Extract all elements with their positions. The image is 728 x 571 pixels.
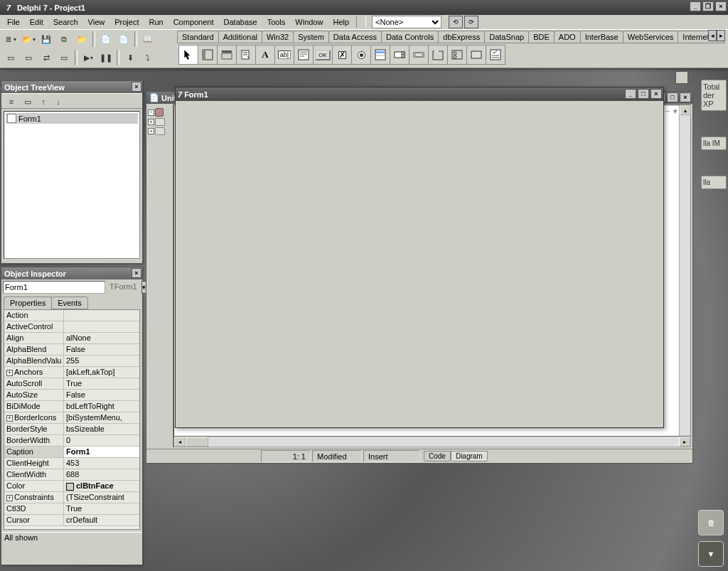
scroll-up-icon[interactable]: ▴ bbox=[680, 105, 691, 115]
close-button[interactable]: × bbox=[715, 1, 727, 11]
save-button[interactable]: 💾 bbox=[38, 31, 54, 47]
property-row[interactable]: CursorcrDefault bbox=[4, 515, 139, 526]
step-over-button[interactable]: ⤵ bbox=[140, 50, 156, 65]
view-unit-button[interactable]: ▭ bbox=[3, 50, 18, 65]
tree-up-icon[interactable]: ↑ bbox=[37, 95, 50, 108]
property-value[interactable]: (TSizeConstraint bbox=[64, 492, 139, 503]
floating-tool-icon[interactable] bbox=[675, 71, 688, 84]
tab-code[interactable]: Code bbox=[424, 451, 451, 461]
treeview-body[interactable]: Form1 bbox=[4, 111, 140, 259]
menu-search[interactable]: Search bbox=[49, 16, 82, 28]
listbox-component[interactable] bbox=[370, 45, 390, 65]
property-row[interactable]: ColorclBtnFace bbox=[4, 481, 139, 492]
property-row[interactable]: ActiveControl bbox=[4, 321, 139, 333]
menu-view[interactable]: View bbox=[84, 16, 109, 28]
taskbar-item-lla[interactable]: lla bbox=[701, 176, 727, 189]
minimize-button[interactable]: _ bbox=[690, 1, 701, 11]
menu-window[interactable]: Window bbox=[291, 16, 327, 28]
property-value[interactable]: 688 bbox=[64, 469, 139, 480]
property-value[interactable]: clBtnFace bbox=[64, 481, 139, 491]
treeview-title-bar[interactable]: Object TreeView × bbox=[1, 81, 142, 93]
inspector-object-name[interactable] bbox=[3, 281, 105, 294]
property-value[interactable]: 0 bbox=[64, 435, 139, 446]
popupmenu-component[interactable] bbox=[236, 45, 256, 65]
tree-root-item[interactable]: Form1 bbox=[6, 113, 138, 124]
toggle-button[interactable]: ⇄ bbox=[38, 50, 54, 65]
property-row[interactable]: +BorderIcons[biSystemMenu, bbox=[4, 412, 139, 424]
mainmenu-component[interactable] bbox=[217, 45, 237, 65]
property-grid[interactable]: ActionActiveControlAlignalNoneAlphaBlend… bbox=[4, 309, 140, 530]
horizontal-scrollbar[interactable]: ◂ ▸ bbox=[173, 436, 691, 447]
form-design-surface[interactable] bbox=[176, 101, 663, 427]
menu-file[interactable]: File bbox=[3, 16, 24, 28]
property-value[interactable]: bsSizeable bbox=[64, 424, 139, 434]
menu-project[interactable]: Project bbox=[110, 16, 143, 28]
scroll-thumb[interactable] bbox=[186, 437, 208, 447]
trace-into-button[interactable]: ⬇ bbox=[122, 50, 138, 65]
expand-icon[interactable]: + bbox=[6, 370, 13, 376]
editor-close-button[interactable]: × bbox=[680, 92, 691, 102]
new-button[interactable]: 🗎▾ bbox=[3, 31, 18, 47]
tab-system[interactable]: System bbox=[293, 31, 329, 43]
property-row[interactable]: AlignalNone bbox=[4, 333, 139, 344]
property-row[interactable]: AutoScrollTrue bbox=[4, 378, 139, 390]
pause-button[interactable]: ❚❚ bbox=[98, 50, 114, 65]
menu-database[interactable]: Database bbox=[220, 16, 262, 28]
groupbox-component[interactable] bbox=[428, 45, 448, 65]
property-row[interactable]: BorderWidth0 bbox=[4, 435, 139, 447]
combobox-component[interactable] bbox=[390, 45, 410, 65]
property-row[interactable]: BorderStylebsSizeable bbox=[4, 424, 139, 435]
taskbar-item-total[interactable]: Totalder XP bbox=[701, 80, 727, 111]
panel-component[interactable] bbox=[466, 45, 486, 65]
open-project-button[interactable]: 📁 bbox=[74, 31, 90, 47]
config-dropdown[interactable]: <None> bbox=[372, 16, 441, 28]
view-form-button[interactable]: ▭ bbox=[21, 50, 36, 65]
property-value[interactable]: alNone bbox=[64, 333, 139, 343]
property-value[interactable]: bdLeftToRight bbox=[64, 401, 139, 412]
tab-events[interactable]: Events bbox=[51, 297, 88, 309]
vertical-scrollbar[interactable]: ▴ ▾ bbox=[679, 105, 690, 447]
tab-bde[interactable]: BDE bbox=[528, 31, 555, 43]
tab-data-access[interactable]: Data Access bbox=[328, 31, 382, 43]
run-button[interactable]: ▶▾ bbox=[80, 50, 96, 65]
tree-down-icon[interactable]: ↓ bbox=[52, 95, 65, 108]
help-button[interactable]: 📖 bbox=[140, 31, 156, 47]
save-all-button[interactable]: ⧉ bbox=[56, 31, 72, 47]
tab-scroll-left[interactable]: ◂ bbox=[708, 30, 717, 41]
tab-data-controls[interactable]: Data Controls bbox=[381, 31, 439, 43]
tab-webservices[interactable]: WebServices bbox=[623, 31, 679, 43]
scroll-right-icon[interactable]: ▸ bbox=[679, 437, 690, 447]
property-value[interactable]: True bbox=[64, 378, 139, 389]
tab-interbase[interactable]: InterBase bbox=[580, 31, 623, 43]
menu-help[interactable]: Help bbox=[328, 16, 353, 28]
remove-file-button[interactable]: 📄 bbox=[116, 31, 132, 47]
menu-edit[interactable]: Edit bbox=[26, 16, 48, 28]
label-component[interactable]: A bbox=[255, 45, 275, 65]
tab-diagram[interactable]: Diagram bbox=[451, 451, 488, 461]
property-value[interactable]: Form1 bbox=[64, 447, 139, 457]
property-row[interactable]: +Anchors[akLeft,akTop] bbox=[4, 367, 139, 378]
radiobutton-component[interactable] bbox=[351, 45, 371, 65]
treeview-close-button[interactable]: × bbox=[132, 82, 141, 92]
pointer-tool[interactable] bbox=[178, 45, 198, 65]
recycle-bin-icon[interactable]: 🗑 bbox=[698, 510, 724, 535]
property-value[interactable]: True bbox=[64, 503, 139, 514]
tab-scroll-right[interactable]: ▸ bbox=[717, 30, 725, 41]
expand-icon[interactable]: + bbox=[6, 415, 13, 422]
tab-datasnap[interactable]: DataSnap bbox=[484, 31, 529, 43]
new-form-button[interactable]: ▭ bbox=[56, 50, 72, 65]
edit-component[interactable]: ab| bbox=[274, 45, 294, 65]
tab-ado[interactable]: ADO bbox=[554, 31, 581, 43]
property-row[interactable]: Action bbox=[4, 310, 139, 321]
title-bar[interactable]: 7 Delphi 7 - Project1 _ ❐ × bbox=[0, 0, 728, 15]
property-value[interactable] bbox=[64, 321, 139, 332]
explorer-root[interactable]: − bbox=[148, 107, 172, 117]
tab-standard[interactable]: Standard bbox=[177, 31, 219, 43]
property-value[interactable]: crDefault bbox=[64, 515, 139, 525]
property-row[interactable]: AutoSizeFalse bbox=[4, 390, 139, 401]
tool-icon-1[interactable]: ⟲ bbox=[449, 16, 463, 28]
inspector-title-bar[interactable]: Object Inspector × bbox=[1, 267, 142, 279]
memo-component[interactable] bbox=[294, 45, 314, 65]
open-button[interactable]: 📂▾ bbox=[21, 31, 36, 47]
scrollbar-component[interactable] bbox=[409, 45, 429, 65]
